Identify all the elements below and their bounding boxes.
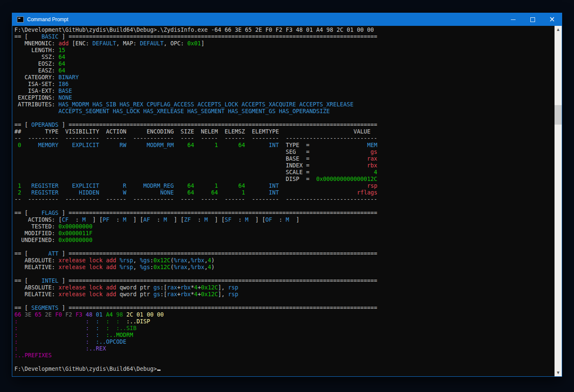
console-line: == [ INTEL ] ===========================… [14, 278, 554, 284]
text-cursor [157, 370, 161, 371]
console-line: ACCEPTS_SEGMENT HAS_LOCK HAS_XRELEASE HA… [14, 108, 554, 115]
console-line: ATTRIBUTES: HAS_MODRM HAS_SIB HAS_REX CP… [14, 101, 554, 108]
console-line: RELATIVE: xrelease lock add qword ptr gs… [14, 291, 554, 298]
console-line: -- --------- ---------- ------ ---------… [14, 196, 554, 203]
console-line: TESTED: 0x00000000 [14, 223, 554, 230]
close-icon: × [549, 16, 555, 23]
console-line: 1 REGISTER EXPLICIT R MODRM_REG 64 1 64 … [14, 183, 554, 189]
command-prompt-window: Command Prompt × F:\Development\GitHub\z… [12, 13, 562, 377]
caption-buttons: × [503, 13, 562, 26]
console-line: ACTIONS: [CF : M ] [PF : M ] [AF : M ] [… [14, 217, 554, 223]
console-line: : : : :..MODRM [14, 332, 554, 339]
console-line: RELATIVE: xrelease lock add %rsp, %gs:0x… [14, 264, 554, 271]
minimize-button[interactable] [503, 13, 523, 26]
console-line: MODIFIED: 0x0000011F [14, 230, 554, 237]
console-line: LENGTH: 15 [14, 47, 554, 54]
maximize-button[interactable] [523, 13, 542, 26]
console-line: : : : : :..SIB [14, 325, 554, 332]
console-line: DISP = 0x000000000000012C [14, 176, 554, 183]
console-line: BASE = rax [14, 156, 554, 162]
console-line: SCALE = 4 [14, 169, 554, 176]
console-line: : :..REX [14, 345, 554, 352]
scrollbar-down-button[interactable]: ▼ [555, 369, 562, 376]
window-title: Command Prompt [27, 17, 68, 22]
console-line: ABSOLUTE: xrelease lock add %rsp, %gs:0x… [14, 257, 554, 264]
console-line: : : :..OPCODE [14, 339, 554, 345]
minimize-icon [511, 19, 516, 20]
console-line [14, 271, 554, 278]
console-line: 2 REGISTER HIDDEN W NONE 64 64 1 INT rfl… [14, 189, 554, 196]
chevron-up-icon: ▲ [557, 28, 559, 31]
maximize-icon [530, 17, 535, 22]
console-line: EXCEPTIONS: NONE [14, 95, 554, 101]
console-line: ABSOLUTE: xrelease lock add qword ptr gs… [14, 284, 554, 291]
console-line: F:\Development\GitHub\zydis\Build64\Debu… [14, 27, 554, 33]
console-line: EOSZ: 64 [14, 61, 554, 67]
console-line: == [ ATT ] =============================… [14, 250, 554, 257]
console-line: :..PREFIXES [14, 352, 554, 359]
console-line: 66 3E 65 2E F0 F2 F3 48 01 A4 98 2C 01 0… [14, 311, 554, 318]
console-line: EASZ: 64 [14, 67, 554, 74]
console-line: CATEGORY: BINARY [14, 74, 554, 81]
console-line [14, 203, 554, 210]
console-line [14, 244, 554, 250]
console-line: ISA-SET: I86 [14, 81, 554, 88]
title-bar[interactable]: Command Prompt × [12, 13, 562, 26]
console-line: ## TYPE VISIBILITY ACTION ENCODING SIZE … [14, 128, 554, 135]
console-line: ISA-EXT: BASE [14, 88, 554, 95]
close-button[interactable]: × [542, 13, 562, 26]
console-line [14, 115, 554, 122]
console-line: MNEMONIC: add [ENC: DEFAULT, MAP: DEFAUL… [14, 40, 554, 47]
console-line: 0 MEMORY EXPLICIT RW MODRM_RM 64 1 64 IN… [14, 142, 554, 149]
console-line: F:\Development\GitHub\zydis\Build64\Debu… [14, 366, 554, 373]
console-line: == [ BASIC ] ===========================… [14, 33, 554, 40]
console-line: == [ FLAGS ] ===========================… [14, 210, 554, 217]
cmd-icon [17, 17, 24, 22]
console-output[interactable]: F:\Development\GitHub\zydis\Build64\Debu… [14, 27, 554, 373]
console-line: : : : : : :..DISP [14, 318, 554, 325]
scrollbar-up-button[interactable]: ▲ [555, 26, 562, 33]
console-line: == [ OPERANDS ] ========================… [14, 122, 554, 128]
console-line [14, 298, 554, 305]
console-line: SEG = gs [14, 149, 554, 156]
desktop: { "window": { "title": "Command Prompt",… [0, 0, 574, 392]
scrollbar-thumb[interactable] [555, 105, 562, 125]
chevron-down-icon: ▼ [557, 371, 559, 375]
console-line: SSZ: 64 [14, 54, 554, 61]
scrollbar[interactable]: ▲ ▼ [555, 26, 562, 376]
console-line: INDEX = rbx [14, 162, 554, 169]
console-area: F:\Development\GitHub\zydis\Build64\Debu… [12, 26, 562, 376]
console-line: == [ SEGMENTS ] ========================… [14, 305, 554, 311]
console-line [14, 359, 554, 366]
console-line: UNDEFINED: 0x00000000 [14, 237, 554, 244]
console-line: -- --------- ---------- ------ ---------… [14, 135, 554, 142]
